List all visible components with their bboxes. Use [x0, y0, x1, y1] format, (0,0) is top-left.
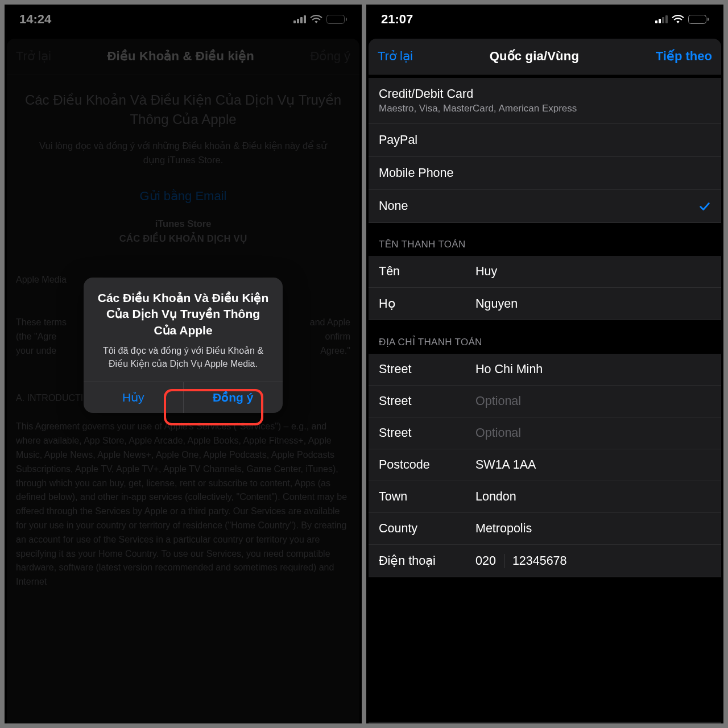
page-title: Quốc gia/Vùng: [490, 49, 579, 64]
nav-bar: Trở lại Quốc gia/Vùng Tiếp theo: [369, 39, 721, 75]
field-placeholder: Optional: [475, 426, 711, 440]
field-label: Street: [379, 426, 475, 440]
checkmark-icon: [698, 200, 711, 213]
phone-field[interactable]: Điện thoại 020 12345678: [369, 545, 721, 577]
payment-method-paypal[interactable]: PayPal: [369, 124, 721, 157]
alert-agree-button[interactable]: Đồng ý: [183, 382, 283, 413]
field-value: Nguyen: [475, 297, 711, 311]
payment-method-card[interactable]: Credit/Debit Card Maestro, Visa, MasterC…: [369, 78, 721, 124]
county-field[interactable]: County Metropolis: [369, 513, 721, 545]
field-value: Metropolis: [475, 522, 711, 536]
phone-left: 14:24 53 Trở lại Điều Khoản & Điề: [5, 5, 362, 723]
back-button[interactable]: Trở lại: [378, 49, 413, 64]
battery-icon: 37: [688, 15, 709, 24]
street3-field[interactable]: Street Optional: [369, 417, 721, 449]
field-label: County: [379, 522, 475, 536]
field-label: Street: [379, 362, 475, 377]
field-label: Postcode: [379, 458, 475, 472]
postcode-field[interactable]: Postcode SW1A 1AA: [369, 449, 721, 481]
phone-right: 21:07 37 Trở lại Quốc gia/Vùng: [366, 5, 723, 723]
street2-field[interactable]: Street Optional: [369, 386, 721, 417]
alert-title: Các Điều Khoản Và Điều Kiện Của Dịch Vụ …: [95, 290, 271, 338]
field-placeholder: Optional: [475, 394, 711, 408]
payment-method-none[interactable]: None: [369, 190, 721, 223]
first-name-field[interactable]: Tên Huy: [369, 256, 721, 288]
payment-method-mobile[interactable]: Mobile Phone: [369, 157, 721, 190]
wifi-icon: [672, 15, 684, 24]
section-header-billing-name: TÊN THANH TOÁN: [369, 223, 721, 256]
payment-label: None: [379, 199, 408, 213]
payment-label: PayPal: [379, 133, 417, 147]
status-time: 21:07: [381, 12, 413, 27]
last-name-field[interactable]: Họ Nguyen: [369, 288, 721, 320]
field-label: Street: [379, 394, 475, 408]
status-bar: 21:07 37: [366, 5, 723, 34]
field-label: Điện thoại: [379, 553, 475, 568]
alert-message: Tôi đã đọc và đồng ý với Điều Khoản & Đi…: [95, 344, 271, 370]
field-label: Họ: [379, 296, 475, 311]
alert-cancel-button[interactable]: Hủy: [84, 382, 183, 413]
next-button[interactable]: Tiếp theo: [656, 49, 712, 64]
payment-label: Credit/Debit Card: [379, 87, 577, 101]
payment-method-list: Credit/Debit Card Maestro, Visa, MasterC…: [369, 78, 721, 223]
modal-scrim: Các Điều Khoản Và Điều Kiện Của Dịch Vụ …: [5, 5, 362, 723]
status-indicators: 37: [655, 15, 709, 24]
field-label: Tên: [379, 264, 475, 279]
phone-number: 12345678: [504, 554, 567, 568]
field-label: Town: [379, 490, 475, 504]
field-value: SW1A 1AA: [475, 458, 711, 472]
payment-sub: Maestro, Visa, MasterCard, American Expr…: [379, 103, 577, 114]
payment-label: Mobile Phone: [379, 166, 453, 180]
street1-field[interactable]: Street Ho Chi Minh: [369, 354, 721, 386]
field-value: Huy: [475, 264, 711, 279]
cellular-icon: [655, 15, 668, 23]
section-header-billing-address: ĐỊA CHỈ THANH TOÁN: [369, 320, 721, 354]
confirm-alert: Các Điều Khoản Và Điều Kiện Của Dịch Vụ …: [84, 278, 283, 413]
region-sheet: Trở lại Quốc gia/Vùng Tiếp theo Credit/D…: [369, 39, 721, 723]
phone-country-code: 020: [475, 554, 504, 568]
town-field[interactable]: Town London: [369, 481, 721, 513]
field-value: London: [475, 490, 711, 504]
field-value: Ho Chi Minh: [475, 362, 711, 377]
